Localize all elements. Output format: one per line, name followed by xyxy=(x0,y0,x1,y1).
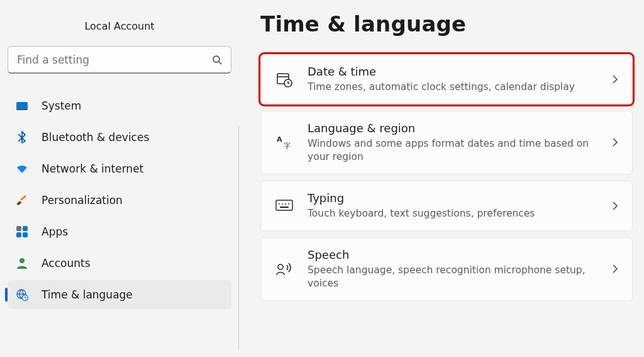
sidebar-item-bluetooth[interactable]: Bluetooth & devices xyxy=(8,123,231,152)
sidebar-item-label: Apps xyxy=(42,225,68,238)
sidebar-item-network[interactable]: Network & internet xyxy=(8,154,231,183)
chevron-right-icon xyxy=(612,201,618,211)
card-body: Typing Touch keyboard, text suggestions,… xyxy=(308,191,598,220)
page-title: Time & language xyxy=(260,11,633,37)
person-icon xyxy=(15,256,29,270)
card-title: Speech xyxy=(308,248,598,261)
speech-icon xyxy=(275,259,294,278)
chevron-right-icon xyxy=(612,137,618,147)
svg-rect-2 xyxy=(16,201,21,206)
sidebar-divider xyxy=(238,126,239,349)
sidebar-item-label: Personalization xyxy=(42,194,123,207)
keyboard-icon xyxy=(275,196,294,215)
sidebar: Local Account System Bluetooth & xyxy=(0,0,239,357)
svg-text:A: A xyxy=(277,135,282,144)
svg-point-0 xyxy=(213,56,219,62)
card-subtitle: Windows and some apps format dates and t… xyxy=(308,137,598,164)
svg-point-15 xyxy=(285,203,286,205)
settings-cards: Date & time Time zones, automatic clock … xyxy=(260,54,633,301)
sidebar-nav: System Bluetooth & devices Network & int… xyxy=(8,91,231,309)
svg-point-4 xyxy=(19,258,25,263)
card-subtitle: Speech language, speech recognition micr… xyxy=(308,264,598,290)
sidebar-item-apps[interactable]: Apps xyxy=(8,217,231,246)
card-body: Speech Speech language, speech recogniti… xyxy=(308,248,598,290)
language-icon: A 字 xyxy=(275,133,294,152)
system-icon xyxy=(15,99,29,113)
chevron-right-icon xyxy=(612,74,618,84)
sidebar-item-label: Network & internet xyxy=(42,162,143,175)
svg-point-14 xyxy=(282,203,283,205)
sidebar-item-label: System xyxy=(42,99,81,112)
svg-rect-3 xyxy=(20,195,26,201)
main-content: Time & language Date & time Time zones, … xyxy=(239,0,644,357)
paintbrush-icon xyxy=(15,193,29,207)
sidebar-item-label: Time & language xyxy=(42,288,133,301)
search-input[interactable] xyxy=(17,54,212,66)
svg-point-16 xyxy=(288,203,289,205)
bluetooth-icon xyxy=(15,130,29,144)
card-speech[interactable]: Speech Speech language, speech recogniti… xyxy=(260,237,633,301)
calendar-clock-icon xyxy=(275,70,294,89)
card-body: Language & region Windows and some apps … xyxy=(308,122,598,164)
card-subtitle: Touch keyboard, text suggestions, prefer… xyxy=(308,207,598,220)
sidebar-item-accounts[interactable]: Accounts xyxy=(8,249,231,278)
search-icon xyxy=(212,55,222,65)
chevron-right-icon xyxy=(612,264,618,274)
search-field[interactable] xyxy=(8,46,231,74)
card-title: Language & region xyxy=(308,122,598,135)
card-date-time[interactable]: Date & time Time zones, automatic clock … xyxy=(260,54,633,105)
svg-point-13 xyxy=(279,203,280,205)
card-subtitle: Time zones, automatic clock settings, ca… xyxy=(308,81,598,94)
card-language-region[interactable]: A 字 Language & region Windows and some a… xyxy=(260,111,633,174)
card-typing[interactable]: Typing Touch keyboard, text suggestions,… xyxy=(260,181,633,231)
sidebar-item-system[interactable]: System xyxy=(8,91,231,120)
card-body: Date & time Time zones, automatic clock … xyxy=(308,65,598,94)
apps-icon xyxy=(15,225,29,239)
svg-rect-17 xyxy=(280,207,289,208)
svg-text:字: 字 xyxy=(284,142,291,150)
sidebar-item-label: Bluetooth & devices xyxy=(42,131,149,144)
card-title: Typing xyxy=(308,191,598,205)
svg-point-18 xyxy=(278,264,283,269)
svg-line-1 xyxy=(219,62,221,64)
sidebar-item-personalization[interactable]: Personalization xyxy=(8,186,231,215)
card-title: Date & time xyxy=(308,65,598,78)
sidebar-item-time-language[interactable]: Time & language xyxy=(8,280,231,309)
settings-app: Local Account System Bluetooth & xyxy=(0,0,644,357)
globe-clock-icon xyxy=(15,288,29,302)
svg-rect-12 xyxy=(276,200,292,210)
account-label: Local Account xyxy=(8,20,231,32)
sidebar-item-label: Accounts xyxy=(42,257,91,269)
wifi-icon xyxy=(15,162,29,176)
